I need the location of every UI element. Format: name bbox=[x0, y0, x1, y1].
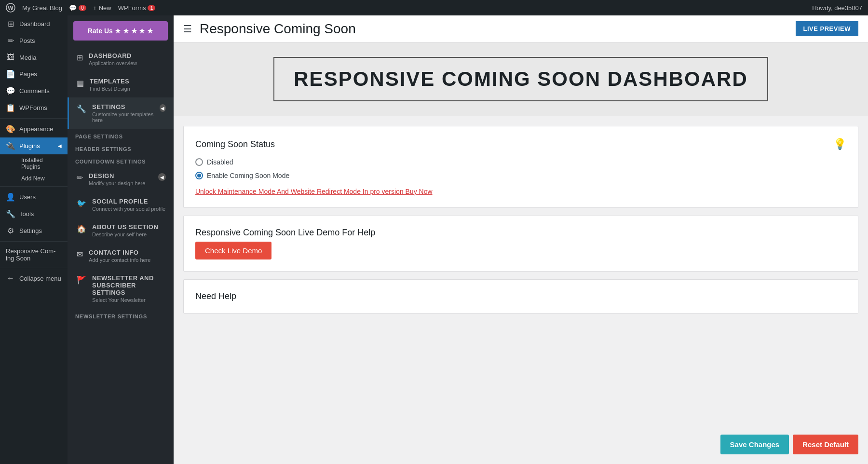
sidebar-item-posts[interactable]: ✏ Posts bbox=[0, 32, 68, 49]
flag-icon: 🚩 bbox=[77, 275, 86, 285]
sidebar-item-pages[interactable]: 📄 Pages bbox=[0, 66, 68, 82]
new-item[interactable]: + New bbox=[93, 4, 111, 12]
settings-collapse-btn[interactable]: ◀ bbox=[160, 104, 166, 112]
comments-badge: 0 bbox=[79, 5, 86, 11]
sidebar-item-installed-plugins[interactable]: Installed Plugins bbox=[15, 154, 68, 173]
plugin-menu-newsletter[interactable]: 🚩 NEWSLETTER AND SUBSCRIBER SETTINGS Sel… bbox=[68, 269, 174, 309]
save-changes-button[interactable]: Save Changes bbox=[720, 435, 789, 454]
new-label: New bbox=[99, 4, 111, 12]
pages-icon: 📄 bbox=[6, 69, 15, 79]
plugin-banner: RESPONSIVE COMING SOON DASHBOARD bbox=[174, 42, 868, 116]
rate-us-button[interactable]: Rate Us ★ ★ ★ ★ ★ bbox=[73, 21, 168, 41]
bulb-icon: 💡 bbox=[833, 138, 846, 150]
sidebar-item-collapse[interactable]: ← Collapse menu bbox=[0, 270, 68, 287]
sidebar-item-tools[interactable]: 🔧 Tools bbox=[0, 205, 68, 222]
radio-enabled[interactable]: Enable Coming Soon Mode bbox=[195, 172, 846, 179]
sidebar-item-dashboard[interactable]: ⊞ Dashboard bbox=[0, 15, 68, 32]
check-live-demo-button[interactable]: Check Live Demo bbox=[195, 242, 271, 259]
design-collapse-btn[interactable]: ◀ bbox=[158, 173, 166, 181]
sidebar-label-users: Users bbox=[19, 193, 36, 201]
wp-logo-item[interactable]: W bbox=[6, 3, 15, 13]
hamburger-icon[interactable]: ☰ bbox=[183, 23, 192, 35]
plugin-menu-settings[interactable]: 🔧 SETTINGS Customize your templates here… bbox=[68, 97, 174, 129]
sidebar-divider-1 bbox=[0, 118, 68, 119]
admin-bar: W My Great Blog 💬 0 + New WPForms 1 Howd… bbox=[0, 0, 868, 15]
home-icon: 🏠 bbox=[77, 224, 86, 233]
sidebar-item-settings[interactable]: ⚙ Settings bbox=[0, 222, 68, 239]
posts-icon: ✏ bbox=[6, 36, 15, 45]
radio-group: Disabled Enable Coming Soon Mode bbox=[195, 158, 846, 179]
sidebar-divider-2 bbox=[0, 186, 68, 187]
radio-enabled-circle bbox=[195, 172, 203, 179]
radio-disabled-circle bbox=[195, 158, 203, 166]
templates-title: TEMPLATES bbox=[90, 78, 130, 85]
radio-disabled[interactable]: Disabled bbox=[195, 158, 846, 166]
live-demo-card: Responsive Coming Soon Live Demo For Hel… bbox=[183, 216, 858, 272]
comments-icon: 💬 bbox=[69, 4, 77, 12]
plugin-banner-inner: RESPONSIVE COMING SOON DASHBOARD bbox=[273, 57, 768, 101]
sidebar-item-plugins[interactable]: 🔌 Plugins ◀ bbox=[0, 137, 68, 154]
coming-soon-header: Coming Soon Status 💡 bbox=[195, 138, 846, 150]
wpforms-badge: 1 bbox=[148, 5, 155, 11]
reset-default-button[interactable]: Reset Default bbox=[793, 435, 858, 454]
sidebar-label-rcs: Responsive Com-ing Soon bbox=[6, 247, 62, 262]
dashboard-subtitle: Application overview bbox=[89, 60, 137, 66]
newsletter-text: NEWSLETTER AND SUBSCRIBER SETTINGS Selec… bbox=[92, 274, 166, 303]
plugin-menu-dashboard[interactable]: ⊞ DASHBOARD Application overview bbox=[68, 46, 174, 72]
templates-icon: ▦ bbox=[77, 79, 84, 88]
sidebar-item-add-new[interactable]: Add New bbox=[15, 173, 68, 184]
wpforms-sidebar-icon: 📋 bbox=[6, 103, 15, 112]
sidebar-item-wpforms[interactable]: 📋 WPForms bbox=[0, 99, 68, 116]
twitter-icon: 🐦 bbox=[77, 199, 86, 208]
tools-icon: 🔧 bbox=[6, 209, 15, 218]
settings-subtitle: Customize your templates here bbox=[92, 111, 154, 123]
plugin-menu-social[interactable]: 🐦 SOCIAL PROFILE Connect with your socia… bbox=[68, 192, 174, 218]
about-title: ABOUT US SECTION bbox=[92, 223, 158, 231]
sidebar-label-comments: Comments bbox=[19, 87, 50, 95]
sidebar-item-users[interactable]: 👤 Users bbox=[0, 189, 68, 205]
plugin-menu-templates[interactable]: ▦ TEMPLATES Find Best Design bbox=[68, 72, 174, 97]
collapse-label: Collapse menu bbox=[19, 275, 61, 282]
site-name-item[interactable]: My Great Blog bbox=[22, 4, 62, 12]
page-title: Responsive Coming Soon bbox=[200, 21, 356, 37]
sidebar-divider-3 bbox=[0, 241, 68, 242]
sidebar-item-media[interactable]: 🖼 Media bbox=[0, 49, 68, 66]
plugin-menu-design[interactable]: ✏ DESIGN Modify your design here ◀ bbox=[68, 166, 174, 192]
howdy-text: Howdy, dee35007 bbox=[812, 4, 862, 12]
wpforms-item[interactable]: WPForms 1 bbox=[118, 4, 156, 12]
settings-title: SETTINGS bbox=[92, 103, 154, 110]
main-content: ☰ Responsive Coming Soon LIVE PREVIEW RE… bbox=[174, 15, 868, 464]
sidebar-item-appearance[interactable]: 🎨 Appearance bbox=[0, 121, 68, 137]
settings-wrench-icon: 🔧 bbox=[77, 104, 86, 113]
header-settings-section: HEADER SETTINGS bbox=[68, 141, 174, 154]
settings-text: SETTINGS Customize your templates here bbox=[92, 103, 154, 123]
plugin-menu-about[interactable]: 🏠 ABOUT US SECTION Describe your self he… bbox=[68, 218, 174, 243]
plugin-menu-contact[interactable]: ✉ CONTACT INFO Add your contact info her… bbox=[68, 243, 174, 269]
coming-soon-title: Coming Soon Status bbox=[195, 139, 275, 150]
comments-item[interactable]: 💬 0 bbox=[69, 4, 86, 12]
countdown-settings-section: COUNTDOWN SETTINGS bbox=[68, 154, 174, 166]
appearance-icon: 🎨 bbox=[6, 124, 15, 134]
design-pencil-icon: ✏ bbox=[77, 173, 83, 182]
contact-title: CONTACT INFO bbox=[89, 249, 150, 256]
design-text: DESIGN Modify your design here bbox=[89, 172, 145, 186]
sidebar-item-comments[interactable]: 💬 Comments bbox=[0, 82, 68, 99]
admin-bar-right: Howdy, dee35007 bbox=[812, 4, 862, 12]
installed-plugins-label: Installed Plugins bbox=[21, 157, 62, 170]
need-help-card: Need Help bbox=[183, 279, 858, 314]
sidebar-label-tools: Tools bbox=[19, 210, 34, 218]
unlock-link[interactable]: Unlock Maintenance Mode And Website Redi… bbox=[195, 188, 433, 195]
design-subtitle: Modify your design here bbox=[89, 180, 145, 186]
content-sections: Coming Soon Status 💡 Disabled Enable Com… bbox=[174, 116, 868, 323]
radio-enabled-label: Enable Coming Soon Mode bbox=[207, 172, 289, 179]
contact-subtitle: Add your contact info here bbox=[89, 257, 150, 263]
dashboard-icon: ⊞ bbox=[6, 19, 15, 28]
live-demo-title: Responsive Coming Soon Live Demo For Hel… bbox=[195, 228, 846, 238]
sidebar-item-responsive-coming-soon[interactable]: Responsive Com-ing Soon bbox=[0, 244, 68, 266]
newsletter-title: NEWSLETTER AND SUBSCRIBER SETTINGS bbox=[92, 274, 166, 296]
dashboard-grid-icon: ⊞ bbox=[77, 53, 83, 62]
social-title: SOCIAL PROFILE bbox=[92, 198, 165, 205]
live-preview-button[interactable]: LIVE PREVIEW bbox=[796, 21, 858, 36]
page-settings-section: PAGE SETTINGS bbox=[68, 129, 174, 141]
plugins-arrow-icon: ◀ bbox=[58, 143, 62, 149]
